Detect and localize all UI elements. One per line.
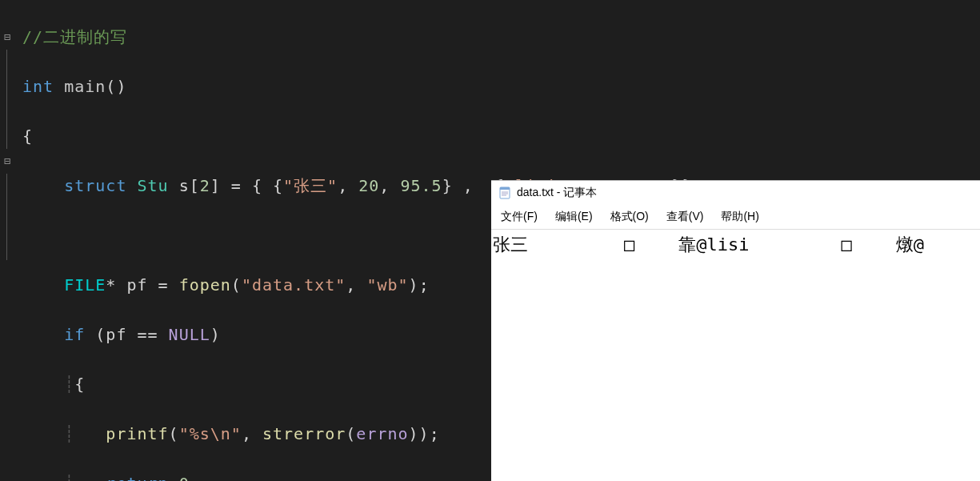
code-line: { [22,124,980,149]
content-placeholder-box: □ [624,234,634,255]
fold-guide [6,198,14,223]
notepad-text-area[interactable]: 张三□靠@lisi□燉@ [491,229,980,481]
fold-collapse-icon[interactable]: ⊟ [0,25,14,50]
menu-format[interactable]: 格式(O) [606,208,654,226]
fold-guide [6,99,14,124]
menu-edit[interactable]: 编辑(E) [550,208,598,226]
fold-blank [0,0,14,25]
menu-help[interactable]: 帮助(H) [716,208,763,226]
fold-collapse-icon[interactable]: ⊟ [0,149,14,174]
svg-rect-1 [500,187,510,190]
code-line: int main() [22,74,980,99]
content-text: 燉@ [896,234,924,255]
fold-guide [6,50,14,74]
content-text: 张三 [493,234,528,255]
fold-guide [6,248,14,260]
code-line: //二进制的写 [22,25,980,50]
menu-view[interactable]: 查看(V) [662,208,709,226]
fold-gutter: ⊟ ⊟ [0,0,14,481]
content-text: 靠@lisi [678,234,749,255]
fold-guide [6,124,14,149]
notepad-titlebar[interactable]: data.txt - 记事本 [491,181,980,205]
notepad-menubar: 文件(F) 编辑(E) 格式(O) 查看(V) 帮助(H) [491,205,980,229]
notepad-window: data.txt - 记事本 文件(F) 编辑(E) 格式(O) 查看(V) 帮… [491,180,980,481]
notepad-app-icon [498,186,512,200]
fold-guide [6,223,14,248]
notepad-title-text: data.txt - 记事本 [517,186,597,200]
content-placeholder-box: □ [841,234,851,255]
menu-file[interactable]: 文件(F) [496,208,542,226]
fold-guide [6,174,14,198]
fold-guide [6,74,14,99]
